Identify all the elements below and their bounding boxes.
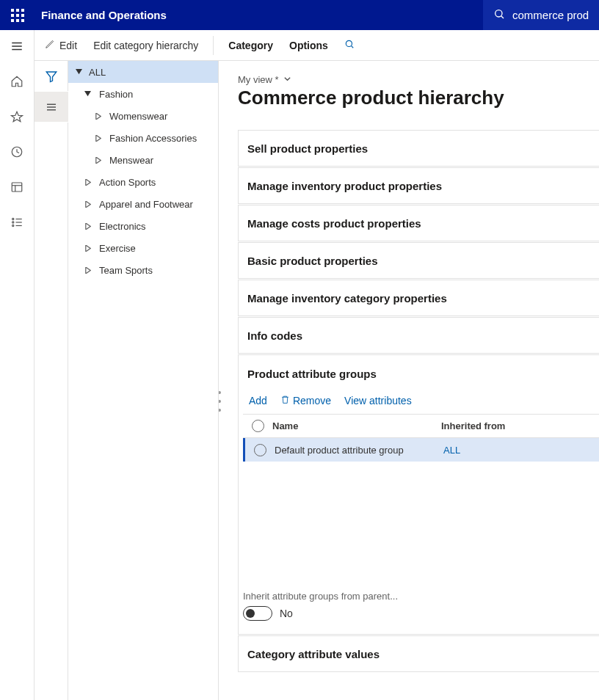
grid-row[interactable]: Default product attribute group ALL [243,438,599,462]
pencil-icon [45,39,55,51]
edit-hierarchy-button[interactable]: Edit category hierarchy [92,38,200,53]
search-icon [344,39,355,51]
expand-icon[interactable] [93,156,102,164]
section-manage-inventory-product-properties[interactable]: Manage inventory product properties [238,167,599,204]
row-select-checkbox[interactable] [245,444,275,456]
main-content: My view * Commerce product hierarchy Sel… [219,61,599,700]
cell-name: Default product attribute group [275,445,443,456]
expand-collapse-icon[interactable] [83,90,92,98]
remove-button[interactable]: Remove [280,395,331,406]
category-tab[interactable]: Category [227,38,275,53]
tree-node-label: Team Sports [99,265,153,276]
tree-node-fashion[interactable]: Fashion [68,83,218,105]
command-bar: Edit Edit category hierarchy Category Op… [35,30,599,61]
resize-grip-icon[interactable] [219,391,221,412]
filter-button[interactable] [35,61,68,92]
options-label: Options [289,40,328,51]
svg-line-1 [501,16,504,18]
edit-button[interactable]: Edit [43,37,79,53]
grid-header-row: Name Inherited from [243,415,599,438]
tree-node-label: Fashion Accessories [109,133,197,144]
inherit-toggle-label: Inherit attribute groups from parent... [243,591,599,602]
tree-node-label: ALL [89,67,106,78]
expand-icon[interactable] [83,222,92,230]
view-selector[interactable]: My view * [238,74,599,85]
svg-marker-23 [84,91,91,96]
app-launcher-button[interactable] [0,0,35,30]
tree-node-label: Fashion [99,89,133,100]
hamburger-button[interactable] [5,37,29,55]
expand-icon[interactable] [93,134,102,142]
home-button[interactable] [5,73,29,90]
command-search-button[interactable] [343,37,356,53]
expand-icon[interactable] [83,244,92,252]
expand-icon[interactable] [83,266,92,274]
inherit-toggle-value: No [280,608,293,619]
svg-point-16 [346,40,352,46]
svg-point-10 [12,218,14,219]
category-label: Category [228,40,273,51]
search-input[interactable] [511,8,592,22]
recent-button[interactable] [5,143,29,161]
expand-icon[interactable] [93,112,102,120]
tree-node-electronics[interactable]: Electronics [68,215,218,237]
svg-marker-27 [85,179,90,186]
expand-icon[interactable] [83,178,92,186]
attribute-groups-grid: Name Inherited from Default product attr… [243,414,599,577]
section-product-attribute-groups: Product attribute groups Add Remove View… [238,354,599,635]
workspaces-button[interactable] [5,178,29,196]
tree-node-apparel-footwear[interactable]: Apparel and Footwear [68,193,218,215]
list-view-button[interactable] [35,92,68,123]
tree-node-womenswear[interactable]: Womenswear [68,105,218,127]
favorites-button[interactable] [5,108,29,125]
tree-node-menswear[interactable]: Menswear [68,149,218,171]
select-all-checkbox[interactable] [243,420,272,432]
column-inherited-from[interactable]: Inherited from [441,420,505,431]
chevron-down-icon [283,74,291,85]
tree-node-exercise[interactable]: Exercise [68,237,218,259]
svg-point-12 [12,225,14,226]
tree-node-all[interactable]: ALL [68,61,218,83]
add-button[interactable]: Add [249,395,267,406]
tree-node-label: Menswear [109,155,153,166]
nav-rail [0,30,35,700]
svg-marker-22 [76,69,82,74]
section-header[interactable]: Product attribute groups [239,355,599,392]
svg-marker-24 [95,113,100,120]
trash-icon [280,395,290,406]
section-manage-costs-product-properties[interactable]: Manage costs product properties [238,205,599,241]
section-basic-product-properties[interactable]: Basic product properties [238,242,599,279]
tree-node-label: Action Sports [99,177,156,188]
options-tab[interactable]: Options [288,38,330,53]
tree-node-label: Exercise [99,243,136,254]
svg-marker-25 [95,135,100,142]
svg-point-0 [495,10,502,17]
view-attributes-button[interactable]: View attributes [344,395,412,406]
section-manage-inventory-category-properties[interactable]: Manage inventory category properties [238,280,599,316]
tree-node-label: Electronics [99,221,146,232]
svg-marker-31 [85,267,90,274]
cell-inherited-from[interactable]: ALL [443,445,460,456]
search-icon [493,8,505,22]
waffle-icon [11,9,24,22]
view-label: My view * [238,74,279,85]
svg-line-17 [351,45,353,48]
svg-marker-30 [85,245,90,252]
svg-marker-28 [85,201,90,208]
section-sell-product-properties[interactable]: Sell product properties [238,130,599,167]
section-category-attribute-values[interactable]: Category attribute values [238,635,599,672]
global-search[interactable] [483,0,599,30]
page-title: Commerce product hierarchy [238,87,599,109]
tree-node-fashion-accessories[interactable]: Fashion Accessories [68,127,218,149]
modules-button[interactable] [5,214,29,231]
edit-label: Edit [59,40,77,51]
expand-icon[interactable] [83,200,92,208]
tree-node-action-sports[interactable]: Action Sports [68,171,218,193]
tree-node-team-sports[interactable]: Team Sports [68,259,218,281]
tree-node-label: Womenswear [109,111,167,122]
expand-collapse-icon[interactable] [74,68,83,76]
column-name[interactable]: Name [272,420,441,431]
inherit-toggle[interactable] [243,606,272,621]
svg-marker-26 [95,157,100,164]
section-info-codes[interactable]: Info codes [238,317,599,354]
